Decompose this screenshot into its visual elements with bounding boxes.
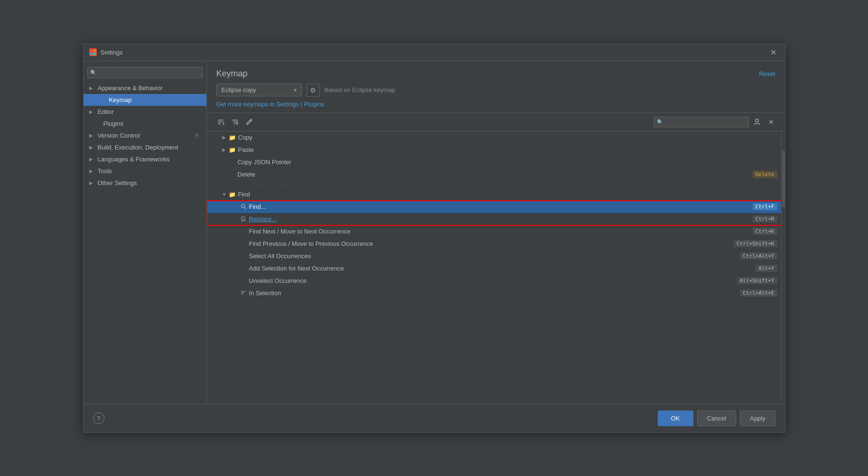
sidebar-search-input[interactable]	[87, 67, 203, 78]
tree-item-label: Find	[238, 191, 777, 198]
svg-point-15	[241, 204, 244, 207]
tree-item-label: Replace...	[249, 215, 753, 223]
svg-rect-3	[93, 53, 96, 55]
ok-button[interactable]: OK	[658, 411, 693, 426]
expand-icon: ▶	[222, 135, 229, 140]
sidebar-item-build[interactable]: ▶ Build, Execution, Deployment	[84, 141, 206, 153]
settings-dialog: Settings ✕ 🔍 ▶ Appearance & Behavior Key…	[83, 44, 785, 433]
toolbar-search-icon: 🔍	[657, 119, 663, 125]
shortcut-badge: Ctrl+R	[753, 215, 777, 223]
arrow-icon: ▶	[89, 157, 95, 162]
sidebar-item-editor[interactable]: ▶ Editor	[84, 106, 206, 118]
sidebar-item-label: Languages & Frameworks	[98, 156, 170, 163]
keymap-gear-button[interactable]: ⚙	[307, 84, 320, 97]
shortcut-badge: Ctrl+Alt+E	[740, 289, 777, 297]
title-bar: Settings ✕	[84, 44, 785, 61]
sort-button[interactable]	[215, 116, 227, 128]
in-selection-icon	[240, 290, 247, 297]
svg-line-16	[244, 207, 246, 209]
scrollbar-thumb[interactable]	[782, 150, 785, 207]
edit-shortcut-button[interactable]	[243, 116, 255, 128]
tree-row[interactable]: Select All Occurrences Ctrl+Alt+Y	[207, 250, 785, 262]
keymap-dropdown[interactable]: Eclipse copy Eclipse Default	[216, 84, 302, 96]
sidebar-item-label: Keymap	[109, 96, 132, 103]
tree-item-label: Find Previous / Move to Previous Occurre…	[249, 240, 734, 247]
arrow-icon: ▶	[89, 145, 95, 150]
folder-icon: 📁	[229, 134, 236, 141]
sidebar-item-vcs[interactable]: ▶ Version Control ⎘	[84, 130, 206, 141]
tree-row-replace[interactable]: Replace... Ctrl+R	[207, 213, 785, 225]
shortcut-badge: Ctrl+Alt+Y	[740, 252, 777, 260]
tree-item-label: Paste	[238, 146, 777, 153]
sidebar-search-box: 🔍	[87, 67, 203, 78]
dialog-content: 🔍 ▶ Appearance & Behavior Keymap ▶ Edito…	[84, 61, 785, 404]
window-title: Settings	[101, 49, 767, 56]
folder-icon: 📁	[229, 147, 236, 153]
svg-rect-1	[93, 49, 96, 52]
person-search-button[interactable]	[751, 116, 763, 128]
svg-point-14	[756, 119, 758, 122]
shortcut-badge: Ctrl+F	[753, 203, 777, 210]
help-button[interactable]: ?	[93, 412, 104, 424]
tree-row[interactable]: Copy JSON Pointer	[207, 156, 785, 168]
tree-row[interactable]: ▶ 📁 Paste	[207, 144, 785, 156]
sidebar-item-label: Appearance & Behavior	[98, 84, 163, 92]
tree-item-label: Copy JSON Pointer	[238, 159, 777, 166]
tree-item-label: Find...	[249, 203, 753, 210]
sidebar-item-other[interactable]: ▶ Other Settings	[84, 177, 206, 189]
sidebar-item-keymap[interactable]: Keymap	[84, 94, 206, 106]
arrow-icon: ▶	[89, 109, 95, 114]
apply-button[interactable]: Apply	[740, 411, 775, 426]
folder-icon: 📁	[229, 191, 236, 198]
red-highlight-group: Find... Ctrl+F	[207, 201, 785, 225]
svg-rect-0	[90, 49, 93, 52]
tree-item-label: Add Selection for Next Occurrence	[249, 265, 756, 272]
toolbar-search-wrap: 🔍	[654, 117, 749, 127]
sidebar: 🔍 ▶ Appearance & Behavior Keymap ▶ Edito…	[84, 61, 207, 404]
sidebar-item-label: Version Control	[98, 132, 140, 139]
arrow-icon: ▶	[89, 180, 95, 186]
cancel-button[interactable]: Cancel	[697, 411, 736, 426]
page-title: Keymap	[216, 69, 248, 79]
sidebar-item-label: Build, Execution, Deployment	[98, 144, 178, 151]
scrollbar-track	[781, 131, 785, 404]
sidebar-item-appearance[interactable]: ▶ Appearance & Behavior	[84, 82, 206, 94]
reset-link[interactable]: Reset	[759, 70, 775, 77]
keymap-search-input[interactable]	[654, 117, 749, 127]
tree-row[interactable]: ▼ 📁 Find	[207, 188, 785, 201]
close-button[interactable]: ✕	[767, 47, 779, 58]
tree-row[interactable]: Find Next / Move to Next Occurrence Ctrl…	[207, 225, 785, 238]
sidebar-item-tools[interactable]: ▶ Tools	[84, 165, 206, 177]
shortcut-badge: Delete	[753, 171, 777, 178]
sidebar-item-label: Other Settings	[98, 179, 137, 187]
close-search-button[interactable]: ✕	[765, 116, 777, 128]
based-on-text: Based on Eclipse keymap	[325, 86, 396, 93]
tree-row[interactable]: Add Selection for Next Occurrence Alt+Y	[207, 262, 785, 275]
tree-item-label: Select All Occurrences	[249, 252, 740, 260]
keymap-tree: ▶ 📁 Copy ▶ 📁 Paste Copy JSON Poi	[207, 131, 785, 404]
bottom-bar: ? OK Cancel Apply	[84, 404, 785, 432]
main-header: Keymap Reset Eclipse copy Eclipse Defaul…	[207, 61, 785, 113]
tree-row[interactable]: Delete Delete	[207, 168, 785, 181]
main-title-row: Keymap Reset	[216, 69, 775, 79]
tree-row[interactable]: Find Previous / Move to Previous Occurre…	[207, 238, 785, 250]
tree-row-find[interactable]: Find... Ctrl+F	[207, 201, 785, 213]
main-panel: Keymap Reset Eclipse copy Eclipse Defaul…	[207, 61, 785, 404]
arrow-icon: ▶	[89, 168, 95, 174]
tree-row[interactable]: In Selection Ctrl+Alt+E	[207, 287, 785, 299]
sidebar-item-label: Editor	[98, 108, 114, 115]
filter-button[interactable]	[229, 116, 241, 128]
svg-rect-2	[90, 53, 93, 55]
tree-item-label: Copy	[238, 134, 777, 141]
arrow-icon: ▶	[89, 85, 95, 91]
tree-item-label: Unselect Occurrence	[249, 277, 737, 284]
svg-point-17	[241, 216, 244, 220]
app-icon	[89, 48, 97, 56]
sidebar-item-languages[interactable]: ▶ Languages & Frameworks	[84, 153, 206, 165]
tree-row[interactable]: Unselect Occurrence Alt+Shift+Y	[207, 275, 785, 287]
tree-wrapper: ▶ 📁 Copy ▶ 📁 Paste Copy JSON Poi	[207, 131, 785, 404]
tree-item-label: Delete	[238, 171, 753, 178]
get-more-link[interactable]: Get more keymaps in Settings | Plugins	[216, 101, 324, 108]
tree-row[interactable]: ▶ 📁 Copy	[207, 131, 785, 144]
sidebar-item-plugins[interactable]: Plugins	[84, 118, 206, 130]
